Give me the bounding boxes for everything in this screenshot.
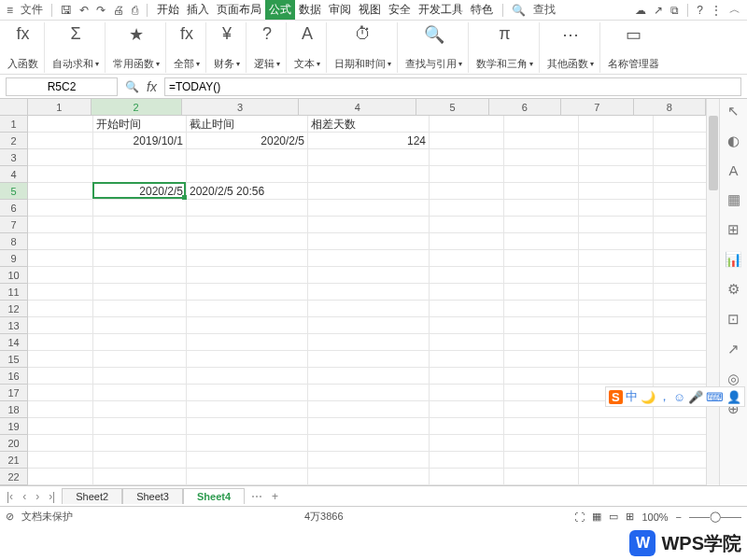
sheet-more-icon[interactable]: ⋯ <box>248 490 265 503</box>
cell-r15c5[interactable] <box>430 351 504 368</box>
cell-r20c8[interactable] <box>654 435 706 452</box>
cell-r13c3[interactable] <box>187 317 308 334</box>
row-header-22[interactable]: 22 <box>0 469 28 485</box>
cell-r10c1[interactable] <box>28 267 93 284</box>
col-header-7[interactable]: 7 <box>561 99 633 116</box>
print-icon[interactable]: 🖨 <box>110 4 127 17</box>
help-icon[interactable]: ? <box>694 4 706 17</box>
row-header-6[interactable]: 6 <box>0 200 28 217</box>
cell-r8c6[interactable] <box>504 233 579 250</box>
tab-安全[interactable]: 安全 <box>385 0 415 20</box>
cell-r1c5[interactable] <box>430 116 504 133</box>
cell-r14c1[interactable] <box>28 334 93 351</box>
cell-r2c6[interactable] <box>504 133 579 149</box>
cell-r7c7[interactable] <box>579 217 654 233</box>
cell-r14c5[interactable] <box>430 334 504 351</box>
ribbon-查找与引用[interactable]: 🔍查找与引用▾ <box>400 22 469 73</box>
ribbon-全部[interactable]: fx全部▾ <box>168 22 206 73</box>
row-header-16[interactable]: 16 <box>0 368 28 385</box>
cell-r6c2[interactable] <box>93 200 187 217</box>
col-header-6[interactable]: 6 <box>489 99 561 116</box>
cell-r19c3[interactable] <box>187 418 308 435</box>
cell-r13c6[interactable] <box>504 317 579 334</box>
cell-r1c3[interactable]: 截止时间 <box>187 116 308 133</box>
file-menu[interactable]: 文件 <box>18 2 46 18</box>
cell-r22c8[interactable] <box>654 469 706 485</box>
row-header-14[interactable]: 14 <box>0 334 28 351</box>
cell-r21c4[interactable] <box>308 452 430 469</box>
tab-插入[interactable]: 插入 <box>183 0 213 20</box>
cell-r11c7[interactable] <box>579 284 654 301</box>
cell-r2c1[interactable] <box>28 133 93 149</box>
redo-icon[interactable]: ↷ <box>93 4 108 17</box>
ribbon-其他函数[interactable]: ⋯其他函数▾ <box>542 22 600 73</box>
cell-r5c5[interactable] <box>430 183 504 200</box>
cell-r19c5[interactable] <box>430 418 504 435</box>
row-header-15[interactable]: 15 <box>0 351 28 368</box>
tool1-icon[interactable]: ⚙ <box>727 281 740 298</box>
cell-r11c1[interactable] <box>28 284 93 301</box>
sheet-tab-Sheet3[interactable]: Sheet3 <box>122 488 183 504</box>
cell-r7c8[interactable] <box>654 217 706 233</box>
ime-lang[interactable]: 中 <box>626 388 638 405</box>
cell-r12c8[interactable] <box>654 301 706 317</box>
cell-r8c5[interactable] <box>430 233 504 250</box>
cell-r6c7[interactable] <box>579 200 654 217</box>
cell-r12c6[interactable] <box>504 301 579 317</box>
cursor-icon[interactable]: ↖ <box>727 103 740 119</box>
ribbon-常用函数[interactable]: ★常用函数▾ <box>107 22 166 73</box>
sheet-next-icon[interactable]: › <box>33 490 42 503</box>
select-icon[interactable]: ◐ <box>727 133 740 149</box>
cell-r2c4[interactable]: 124 <box>308 133 430 149</box>
ime-logo-icon[interactable]: S <box>609 390 623 404</box>
tab-视图[interactable]: 视图 <box>355 0 385 20</box>
tab-开始[interactable]: 开始 <box>153 0 183 20</box>
cell-r12c7[interactable] <box>579 301 654 317</box>
cell-r7c1[interactable] <box>28 217 93 233</box>
cell-r17c5[interactable] <box>430 385 504 401</box>
cell-r3c3[interactable] <box>187 149 308 166</box>
cell-r21c6[interactable] <box>504 452 579 469</box>
col-header-2[interactable]: 2 <box>92 99 182 116</box>
cell-r14c8[interactable] <box>654 334 706 351</box>
cell-r12c4[interactable] <box>308 301 430 317</box>
cell-r4c6[interactable] <box>504 166 579 183</box>
cell-r11c4[interactable] <box>308 284 430 301</box>
ribbon-名称管理器[interactable]: ▭名称管理器 <box>602 22 665 73</box>
tab-页面布局[interactable]: 页面布局 <box>213 0 265 20</box>
sheet-prev-icon[interactable]: ‹ <box>20 490 29 503</box>
cell-r19c6[interactable] <box>504 418 579 435</box>
ime-mic-icon[interactable]: 🎤 <box>688 390 703 404</box>
ribbon-逻辑[interactable]: ?逻辑▾ <box>248 22 287 73</box>
cell-r3c2[interactable] <box>93 149 187 166</box>
fx-icon[interactable]: fx <box>147 79 157 94</box>
cell-r13c5[interactable] <box>430 317 504 334</box>
col-header-8[interactable]: 8 <box>634 99 706 116</box>
cell-r5c1[interactable] <box>28 183 93 200</box>
cell-r17c2[interactable] <box>93 385 187 401</box>
row-header-18[interactable]: 18 <box>0 401 28 418</box>
cell-r3c4[interactable] <box>308 149 430 166</box>
cell-r7c3[interactable] <box>187 217 308 233</box>
cell-r20c3[interactable] <box>187 435 308 452</box>
cell-r21c8[interactable] <box>654 452 706 469</box>
formula-input[interactable] <box>164 77 741 96</box>
cloud-icon[interactable]: ☁ <box>632 4 649 17</box>
cell-r18c2[interactable] <box>93 401 187 418</box>
cell-r5c7[interactable] <box>579 183 654 200</box>
cell-r21c1[interactable] <box>28 452 93 469</box>
ime-moon-icon[interactable]: 🌙 <box>641 390 655 404</box>
cell-r7c2[interactable] <box>93 217 187 233</box>
cell-r6c6[interactable] <box>504 200 579 217</box>
cell-r5c4[interactable] <box>308 183 430 200</box>
protect-icon[interactable]: ⊘ <box>6 511 14 523</box>
cell-r4c8[interactable] <box>654 166 706 183</box>
ime-punct-icon[interactable]: ， <box>658 388 670 405</box>
cell-r5c8[interactable] <box>654 183 706 200</box>
ribbon-财务[interactable]: ¥财务▾ <box>208 22 247 73</box>
cell-r10c7[interactable] <box>579 267 654 284</box>
row-header-7[interactable]: 7 <box>0 217 28 233</box>
cell-r4c4[interactable] <box>308 166 430 183</box>
cell-r8c1[interactable] <box>28 233 93 250</box>
cell-r5c3[interactable]: 2020/2/5 20:56 <box>187 183 308 200</box>
